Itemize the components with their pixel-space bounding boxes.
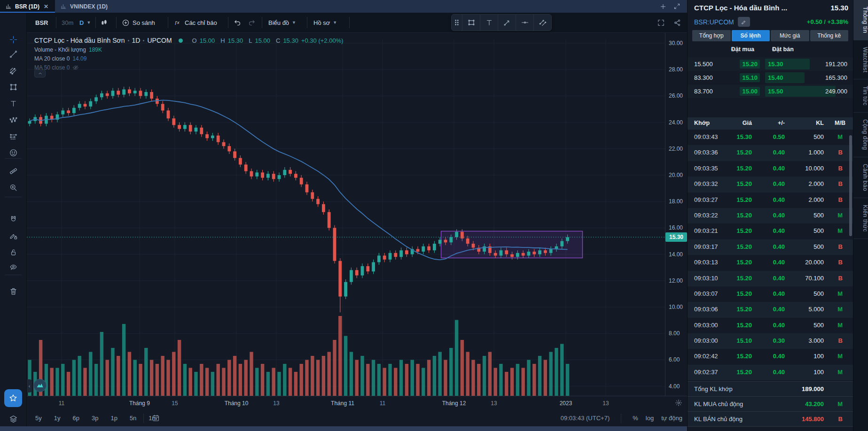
add-tab-icon[interactable] [659,3,667,10]
summary-row: KL BÁN chủ động 145.800 B [688,412,853,427]
trade-volume: 500 [813,243,824,250]
rectangle-tool-button[interactable] [462,15,480,31]
trade-row[interactable]: 09:03:27 15.20 0.40 2.000 B [688,192,853,208]
xabcd-pattern-tool[interactable] [5,112,21,128]
forecast-tool[interactable] [5,128,21,144]
panel-symbol-code[interactable]: BSR:UPCOM [694,17,750,27]
parallel-channel-button[interactable] [533,15,551,31]
favorites-tool[interactable] [4,389,22,407]
collapse-toolbar-handle[interactable]: ‹ [27,379,32,393]
ma20-label[interactable]: MA 20 close 0 [34,55,70,62]
trade-row[interactable]: 09:03:13 15.20 0.40 20.000 B [688,255,853,270]
side-tab-cộng-đồng[interactable]: Cộng đồng [853,113,868,157]
horizontal-line-button[interactable] [516,15,533,31]
trade-row[interactable]: 09:03:00 15.10 0.30 3.000 B [688,333,853,349]
trade-row[interactable]: 09:02:37 15.20 0.40 100 M [688,365,853,380]
trade-price: 15.20 [736,165,752,172]
trade-row[interactable]: 09:03:17 15.20 0.40 500 B [688,239,853,255]
shapes-tool[interactable] [5,79,21,95]
go-to-date-icon[interactable] [152,414,160,422]
candlestick-chart-canvas[interactable] [27,33,687,396]
side-tab-thông-tin[interactable]: Thông tin [853,0,868,40]
indicators-button[interactable]: ƒx Các chỉ báo [173,13,217,32]
trade-row[interactable]: 09:03:07 15.20 0.40 500 M [688,286,853,302]
order-book-row[interactable]: 83.300 15.10 15.40 165.300 [688,71,853,85]
tab-vnindex[interactable]: VNINDEX (1D) [55,0,113,13]
compare-button[interactable]: So sánh [122,13,155,32]
interval-d-button[interactable]: D▼ [79,13,91,32]
order-book-row[interactable]: 83.700 15.00 15.50 249.000 [688,85,853,98]
panel-scrollbar[interactable] [849,135,852,236]
price-chart[interactable]: 30.0028.0026.0024.0022.0020.0018.0016.00… [27,33,687,431]
timeframe-3p[interactable]: 3p [88,413,102,423]
chart-menu-button[interactable]: Biểu đồ▼ [268,13,296,32]
trade-row[interactable]: 09:03:00 15.20 0.40 500 M [688,318,853,333]
drag-handle-button[interactable] [452,15,462,31]
hidden-eye-icon[interactable] [72,64,79,71]
side-tab-watchlist[interactable]: Watchlist [853,40,868,80]
timeframe-5y[interactable]: 5y [31,413,46,423]
edit-pencil-icon[interactable] [738,17,750,27]
side-tab-kiến-thức[interactable]: Kiến thức [853,198,868,239]
side-tab-cảnh-báo[interactable]: Cảnh báo [853,157,868,198]
time-axis[interactable]: 11Tháng 915Tháng 1013Tháng 1111Tháng 121… [27,396,687,410]
share-icon[interactable] [673,19,681,27]
trend-line-tool[interactable] [5,46,21,62]
panel-tab-thống-kê[interactable]: Thống kê [810,30,849,41]
auto-scale-button[interactable]: tự động [661,415,682,422]
panel-tab-sổ-lệnh[interactable]: Sổ lệnh [732,30,770,41]
trade-row[interactable]: 09:03:22 15.20 0.40 500 M [688,208,853,223]
expand-window-icon[interactable] [673,3,680,10]
trade-row[interactable]: 09:03:06 15.20 0.40 5.000 M [688,302,853,317]
provider-logo-badge[interactable] [33,379,47,392]
text-tool-tool[interactable] [5,95,21,111]
trade-row[interactable]: 09:03:35 15.20 0.40 10.000 B [688,161,853,177]
percent-scale-button[interactable]: % [633,415,638,422]
summary-value: 189.000 [802,385,824,393]
undo-button[interactable] [234,13,242,32]
trade-row[interactable]: 09:02:42 15.20 0.40 100 M [688,349,853,364]
log-scale-button[interactable]: log [646,415,654,422]
profile-menu-button[interactable]: Hồ sơ▼ [313,13,337,32]
market-status-dot[interactable] [179,38,183,43]
panel-tab-tổng-hợp[interactable]: Tổng hợp [692,30,731,41]
magnet-tool[interactable] [5,211,21,227]
timeframe-5n[interactable]: 5n [126,413,140,423]
trash-tool[interactable] [5,283,21,299]
clock-readout[interactable]: 09:03:43 (UTC+7) [561,415,610,422]
interval-30m-button[interactable]: 30m [62,13,73,32]
lock-open-tool[interactable] [5,244,21,260]
panel-tab-mức-giá[interactable]: Mức giá [771,30,809,41]
draw-lock-tool[interactable] [5,228,21,244]
legend-collapse-button[interactable] [34,69,46,77]
gear-icon[interactable] [675,399,682,407]
timeframe-1p[interactable]: 1p [107,413,121,423]
timeframe-1y[interactable]: 1y [50,413,64,423]
pitchfork-tool[interactable] [5,62,21,78]
order-book-row[interactable]: 15.500 15.20 15.30 191.200 [688,57,853,71]
side-tab-tin-tức[interactable]: Tin tức [853,79,868,113]
object-tree-tool[interactable] [5,411,21,427]
chart-style-button[interactable] [100,13,108,32]
trend-line-icon [9,50,18,59]
hide-drawings-tool[interactable] [5,259,21,275]
trade-row[interactable]: 09:03:21 15.20 0.40 500 M [688,223,853,239]
text-tool-button[interactable] [480,15,498,31]
trade-row[interactable]: 09:03:36 15.20 0.40 1.000 B [688,145,853,161]
timeframe-6p[interactable]: 6p [69,413,83,423]
trade-row[interactable]: 09:03:32 15.20 0.40 2.000 B [688,177,853,192]
redo-button[interactable] [248,13,256,32]
zoom-in-tool[interactable] [5,179,21,195]
legend-symbol-title[interactable]: CTCP Lọc - Hóa dầu Bình Sơn [34,37,125,44]
close-icon[interactable]: ✕ [43,3,49,10]
tab-bsr[interactable]: BSR (1D) ✕ [0,0,55,13]
fullscreen-icon[interactable] [657,19,665,27]
ruler-tool[interactable] [5,163,21,179]
trade-row[interactable]: 09:03:10 15.20 0.40 70.100 B [688,271,853,286]
arrow-tool-button[interactable] [498,15,516,31]
symbol-button[interactable]: BSR [35,13,48,32]
tabbar-actions [659,0,687,13]
crosshair-tool[interactable] [5,31,21,47]
trade-row[interactable]: 09:03:43 15.30 0.50 500 M [688,130,853,145]
volume-indicator-label[interactable]: Volume - Khối lượng [34,46,86,53]
